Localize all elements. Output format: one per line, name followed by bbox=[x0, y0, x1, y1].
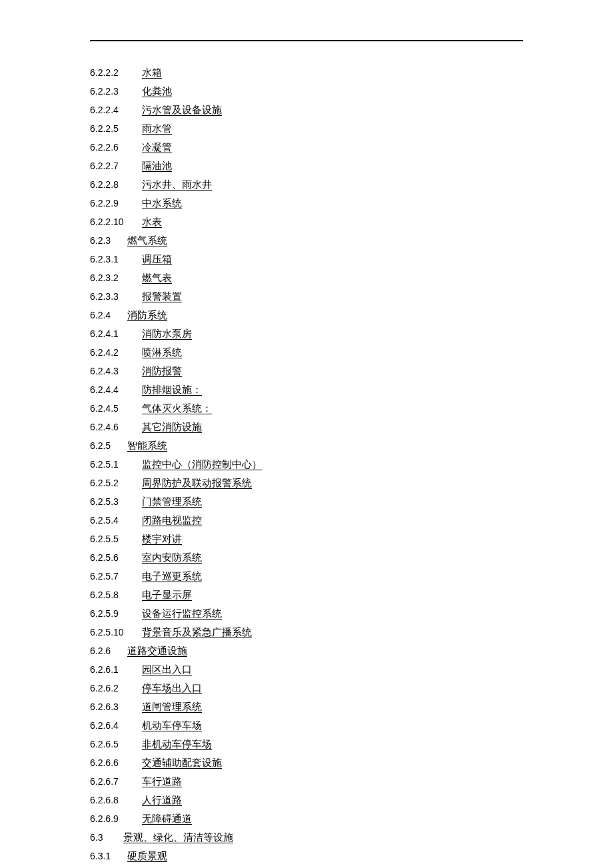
toc-entry: 6.2.4.5气体灭火系统： bbox=[90, 400, 523, 416]
toc-title[interactable]: 园区出入口 bbox=[142, 661, 192, 677]
toc-title[interactable]: 楼宇对讲 bbox=[142, 531, 182, 547]
toc-title[interactable]: 隔油池 bbox=[142, 158, 172, 174]
toc-title[interactable]: 燃气系统 bbox=[127, 232, 167, 248]
toc-number: 6.2.5.1 bbox=[90, 457, 142, 472]
toc-title[interactable]: 喷淋系统 bbox=[142, 344, 182, 360]
toc-entry: 6.2.5.8电子显示屏 bbox=[90, 587, 523, 603]
toc-number: 6.2.6.2 bbox=[90, 681, 142, 695]
toc-title[interactable]: 燃气表 bbox=[142, 270, 172, 286]
toc-entry: 6.2.2.10水表 bbox=[90, 214, 523, 230]
toc-title[interactable]: 报警装置 bbox=[142, 288, 182, 304]
toc-entry: 6.2.5.1监控中心（消防控制中心） bbox=[90, 456, 523, 472]
toc-entry: 6.2.2.8污水井、雨水井 bbox=[90, 177, 523, 193]
toc-entry: 6.2.5.5楼宇对讲 bbox=[90, 531, 523, 547]
table-of-contents: 6.2.2.2水箱6.2.2.3化粪池6.2.2.4污水管及设备设施6.2.2.… bbox=[90, 65, 523, 868]
toc-entry: 6.2.4.3消防报警 bbox=[90, 363, 523, 379]
toc-title[interactable]: 交通辅助配套设施 bbox=[142, 755, 222, 771]
toc-entry: 6.2.2.9中水系统 bbox=[90, 195, 523, 211]
toc-number: 6.2.5.3 bbox=[90, 494, 142, 509]
toc-entry: 6.2.2.3化粪池 bbox=[90, 83, 523, 99]
toc-title[interactable]: 景观、绿化、清洁等设施 bbox=[123, 829, 233, 845]
toc-entry: 6.2.2.4污水管及设备设施 bbox=[90, 102, 523, 118]
toc-entry: 6.2.3.3报警装置 bbox=[90, 288, 523, 304]
toc-number: 6.3 bbox=[90, 830, 123, 845]
toc-title[interactable]: 水箱 bbox=[142, 65, 162, 81]
toc-entry: 6.2.2.7隔油池 bbox=[90, 158, 523, 174]
toc-title[interactable]: 污水管及设备设施 bbox=[142, 102, 222, 118]
toc-title[interactable]: 消防报警 bbox=[142, 363, 182, 379]
toc-title[interactable]: 电子巡更系统 bbox=[142, 568, 202, 584]
toc-title[interactable]: 化粪池 bbox=[142, 83, 172, 99]
toc-number: 6.2.6 bbox=[90, 644, 127, 658]
toc-entry: 6.2.6.7车行道路 bbox=[90, 773, 523, 789]
toc-entry: 6.2.2.5雨水管 bbox=[90, 121, 523, 137]
toc-title[interactable]: 冷凝管 bbox=[142, 139, 172, 155]
toc-title[interactable]: 道闸管理系统 bbox=[142, 699, 202, 715]
toc-number: 6.2.5.9 bbox=[90, 606, 142, 621]
document-page: 6.2.2.2水箱6.2.2.3化粪池6.2.2.4污水管及设备设施6.2.2.… bbox=[0, 0, 613, 868]
toc-number: 6.2.5.2 bbox=[90, 476, 142, 490]
toc-title[interactable]: 调压箱 bbox=[142, 251, 172, 267]
toc-number: 6.2.2.2 bbox=[90, 65, 142, 80]
toc-number: 6.2.6.9 bbox=[90, 811, 142, 826]
toc-title[interactable]: 气体灭火系统： bbox=[142, 400, 212, 416]
toc-number: 6.3.1 bbox=[90, 849, 127, 863]
toc-entry: 6.2.6.4机动车停车场 bbox=[90, 717, 523, 733]
toc-title[interactable]: 消防系统 bbox=[127, 307, 167, 323]
toc-number: 6.2.6.6 bbox=[90, 755, 142, 770]
toc-number: 6.2.2.10 bbox=[90, 215, 142, 229]
toc-number: 6.2.6.4 bbox=[90, 718, 142, 733]
toc-entry: 6.2.6.6交通辅助配套设施 bbox=[90, 755, 523, 771]
toc-entry: 6.2.5.4闭路电视监控 bbox=[90, 512, 523, 528]
toc-number: 6.2.6.3 bbox=[90, 699, 142, 714]
toc-number: 6.2.2.9 bbox=[90, 196, 142, 211]
toc-number: 6.2.4.4 bbox=[90, 382, 142, 397]
toc-entry: 6.2.5.7电子巡更系统 bbox=[90, 568, 523, 584]
toc-title[interactable]: 监控中心（消防控制中心） bbox=[142, 456, 262, 472]
toc-entry: 6.2.5.10背景音乐及紧急广播系统 bbox=[90, 624, 523, 640]
toc-title[interactable]: 其它消防设施 bbox=[142, 419, 202, 435]
toc-title[interactable]: 道路交通设施 bbox=[127, 643, 187, 659]
toc-title[interactable]: 背景音乐及紧急广播系统 bbox=[142, 624, 252, 640]
toc-title[interactable]: 机动车停车场 bbox=[142, 717, 202, 733]
toc-title[interactable]: 防排烟设施： bbox=[142, 382, 202, 398]
toc-entry: 6.2.6.2停车场出入口 bbox=[90, 680, 523, 696]
toc-title[interactable]: 中水系统 bbox=[142, 195, 182, 211]
toc-entry: 6.2.4.2喷淋系统 bbox=[90, 344, 523, 360]
toc-title[interactable]: 闭路电视监控 bbox=[142, 512, 202, 528]
toc-number: 6.2.4.2 bbox=[90, 345, 142, 360]
toc-title[interactable]: 电子显示屏 bbox=[142, 587, 192, 603]
toc-entry: 6.2.5智能系统 bbox=[90, 438, 523, 454]
toc-entry: 6.2.5.3门禁管理系统 bbox=[90, 494, 523, 510]
toc-title[interactable]: 设备运行监控系统 bbox=[142, 606, 222, 622]
toc-title[interactable]: 智能系统 bbox=[127, 438, 167, 454]
toc-entry: 6.2.3燃气系统 bbox=[90, 232, 523, 248]
toc-number: 6.2.6.1 bbox=[90, 662, 142, 677]
toc-title[interactable]: 车行道路 bbox=[142, 773, 182, 789]
toc-title[interactable]: 人行道路 bbox=[142, 792, 182, 808]
toc-number: 6.2.3.3 bbox=[90, 289, 142, 304]
toc-number: 6.2.3.2 bbox=[90, 270, 142, 285]
toc-title[interactable]: 雨水管 bbox=[142, 121, 172, 137]
toc-title[interactable]: 室内安防系统 bbox=[142, 550, 202, 566]
toc-number: 6.2.5 bbox=[90, 438, 127, 453]
toc-title[interactable]: 非机动车停车场 bbox=[142, 736, 212, 752]
toc-number: 6.2.4.6 bbox=[90, 420, 142, 434]
toc-title[interactable]: 无障碍通道 bbox=[142, 811, 192, 827]
toc-number: 6.2.4.1 bbox=[90, 326, 142, 341]
toc-title[interactable]: 停车场出入口 bbox=[142, 680, 202, 696]
toc-number: 6.2.2.4 bbox=[90, 103, 142, 117]
toc-title[interactable]: 水表 bbox=[142, 214, 162, 230]
toc-number: 6.2.5.4 bbox=[90, 513, 142, 528]
toc-title[interactable]: 周界防护及联动报警系统 bbox=[142, 475, 252, 491]
toc-title[interactable]: 门禁管理系统 bbox=[142, 494, 202, 510]
toc-title[interactable]: 硬质景观 bbox=[127, 848, 167, 864]
toc-number: 6.2.2.5 bbox=[90, 121, 142, 136]
toc-entry: 6.3.1硬质景观 bbox=[90, 848, 523, 864]
toc-entry: 6.2.6道路交通设施 bbox=[90, 643, 523, 659]
toc-entry: 6.2.5.6室内安防系统 bbox=[90, 550, 523, 566]
toc-title[interactable]: 消防水泵房 bbox=[142, 326, 192, 342]
toc-title[interactable]: 污水井、雨水井 bbox=[142, 177, 212, 193]
toc-number: 6.2.2.7 bbox=[90, 159, 142, 173]
toc-entry: 6.2.2.6冷凝管 bbox=[90, 139, 523, 155]
